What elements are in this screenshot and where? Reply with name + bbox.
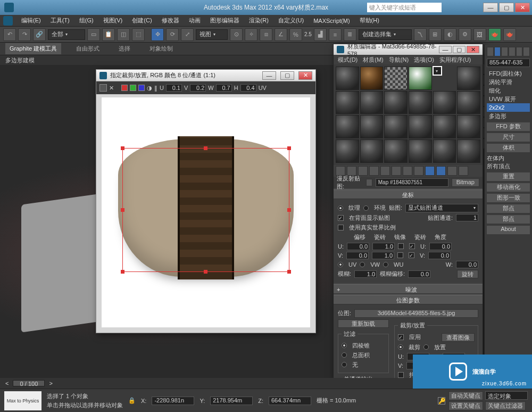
select-rect-button[interactable]: ◫ — [117, 28, 130, 41]
ribbon-tab-freeform[interactable]: 自由形式 — [72, 43, 104, 54]
radio-wu[interactable] — [383, 262, 388, 267]
mateditor-menu-material[interactable]: 材质(M) — [363, 56, 384, 64]
ribbon-tab-selection[interactable]: 选择 — [114, 43, 135, 54]
radio-place[interactable] — [423, 344, 429, 350]
material-slot[interactable] — [457, 115, 480, 138]
select-name-button[interactable]: 📋 — [102, 28, 115, 41]
crop-w-spinner[interactable]: 0.7 — [216, 84, 232, 92]
dialog-minimize-button[interactable]: — — [262, 71, 276, 80]
material-slot[interactable] — [384, 115, 408, 138]
crop-u-spinner[interactable]: 0.1 — [166, 84, 182, 92]
stack-item[interactable]: 多边形 — [487, 112, 530, 120]
material-slot[interactable] — [433, 115, 456, 138]
btn-inside[interactable]: 部点 — [487, 204, 530, 213]
crop-v-spinner[interactable]: 0.2 — [190, 84, 206, 92]
radio-pyramidal[interactable] — [342, 343, 347, 348]
material-slot[interactable] — [433, 139, 456, 163]
reset-map-button[interactable] — [369, 166, 379, 176]
close-button[interactable]: ✕ — [515, 3, 530, 12]
go-parent-button[interactable] — [447, 166, 457, 176]
cmd-tab-hierarchy[interactable] — [501, 47, 508, 56]
stack-item[interactable]: FFD(圆柱体) — [487, 69, 530, 78]
radio-none[interactable] — [342, 362, 347, 367]
material-slot[interactable] — [360, 67, 384, 90]
mirror-button[interactable]: ▟ — [314, 28, 327, 41]
lock-selection-button[interactable]: 🔑 — [438, 397, 445, 405]
layers-button[interactable]: ≣ — [344, 28, 356, 41]
rotate-button[interactable]: ⟳ — [166, 28, 179, 41]
cmd-tab-utilities[interactable] — [523, 47, 530, 56]
modifier-stack[interactable]: FFD(圆柱体) 涡轮平滑 细化 UVW 展开 2x2x2 多边形 — [487, 69, 530, 120]
show-end-button[interactable] — [436, 166, 446, 176]
scale-button[interactable]: ⤢ — [181, 28, 194, 41]
crop-marquee[interactable] — [122, 148, 289, 272]
radio-uv[interactable] — [338, 262, 343, 267]
make-unique-button[interactable] — [392, 166, 401, 176]
btn-outside[interactable]: 部点 — [487, 215, 530, 224]
map-type-button[interactable]: Bitmap — [452, 178, 479, 187]
redo-button[interactable]: ↷ — [18, 28, 31, 41]
menu-customize[interactable]: 自定义(U) — [274, 15, 308, 26]
render-setup-button[interactable]: ⚙ — [459, 28, 471, 41]
menu-modifiers[interactable]: 修改器 — [157, 15, 184, 26]
menu-tools[interactable]: 工具(T) — [46, 15, 74, 26]
material-slot[interactable] — [409, 115, 432, 138]
render-frame-button[interactable]: 🖼 — [473, 28, 486, 41]
link-button[interactable]: 🔗 — [33, 28, 46, 41]
snap-toggle-button[interactable]: ⧇ — [260, 28, 272, 41]
percent-snap-button[interactable]: % — [289, 28, 302, 41]
menu-render[interactable]: 渲染(R) — [245, 15, 273, 26]
ribbon-tab-paint[interactable]: 对象绘制 — [145, 43, 177, 54]
menu-edit[interactable]: 编辑(E) — [17, 15, 45, 26]
material-slot[interactable] — [457, 139, 480, 163]
stack-item-selected[interactable]: 2x2x2 — [487, 103, 530, 112]
btn-animate[interactable]: 移动画化 — [487, 183, 530, 192]
crop-h-spinner[interactable]: 0.4 — [240, 84, 256, 92]
v-offset-spinner[interactable]: 0.0 — [346, 252, 369, 259]
material-slot[interactable] — [360, 91, 384, 114]
coord-y[interactable]: 2178.954m — [210, 397, 253, 405]
dialog-maximize-button[interactable]: ▢ — [280, 71, 294, 80]
map-name-input[interactable] — [376, 178, 448, 187]
align-button[interactable]: ≡ — [329, 28, 342, 41]
rollout-coordinates[interactable]: 坐标 — [334, 189, 483, 199]
help-search-input[interactable]: 键入关键字或短语 — [367, 3, 442, 12]
checkbox-apply[interactable] — [398, 334, 404, 340]
blur-offset-spinner[interactable]: 0.0 — [408, 270, 430, 278]
cmd-tab-create[interactable] — [487, 47, 494, 56]
material-slot[interactable] — [384, 67, 408, 90]
pick-map-button[interactable] — [366, 179, 372, 186]
view-image-button[interactable]: 查看图像 — [442, 333, 475, 342]
btn-reset[interactable]: 重置 — [487, 172, 530, 181]
material-slot-selected[interactable] — [433, 67, 442, 75]
radio-crop[interactable] — [398, 344, 403, 350]
checkbox-show-back[interactable] — [338, 215, 344, 221]
reload-button[interactable]: 重新加载 — [338, 319, 389, 328]
mateditor-menu-nav[interactable]: 导航(N) — [389, 56, 409, 64]
u-angle-spinner[interactable]: 0.0 — [429, 243, 452, 250]
radio-texture[interactable] — [338, 205, 343, 211]
cmd-tab-motion[interactable] — [509, 47, 516, 56]
set-key-button[interactable]: 设置关键点 — [448, 401, 483, 410]
channel-b-button[interactable] — [138, 85, 145, 91]
channel-r-button[interactable] — [121, 85, 128, 91]
material-slot[interactable] — [336, 115, 359, 138]
ribbon-tab-graphite[interactable]: Graphite 建模工具 — [5, 43, 61, 54]
maxscript-listener[interactable]: Max to Physics — [4, 391, 41, 410]
mateditor-menu-mode[interactable]: 模式(D) — [338, 56, 358, 64]
rollout-about[interactable]: About — [487, 226, 530, 234]
object-name-field[interactable]: 855-447-635 — [487, 59, 530, 67]
checkbox-realworld[interactable] — [338, 225, 344, 230]
mateditor-menu-options[interactable]: 选项(O) — [414, 56, 434, 64]
radio-environment[interactable] — [363, 205, 369, 211]
time-slider-handle[interactable]: 0 / 100 — [13, 380, 45, 386]
menu-help[interactable]: 帮助(H) — [355, 15, 384, 26]
minimize-button[interactable]: — — [483, 3, 498, 12]
mateditor-menu-util[interactable]: 实用程序(U) — [439, 56, 471, 64]
selection-filter-dropdown[interactable]: 全部 — [48, 29, 85, 40]
auto-key-button[interactable]: 自动关键点 — [448, 391, 483, 400]
coord-x[interactable]: -2280.981n — [152, 397, 194, 405]
pivot-button[interactable]: ⊙ — [230, 28, 243, 41]
show-map-button[interactable] — [425, 166, 435, 176]
rollout-noise[interactable]: +噪波 — [334, 284, 483, 294]
